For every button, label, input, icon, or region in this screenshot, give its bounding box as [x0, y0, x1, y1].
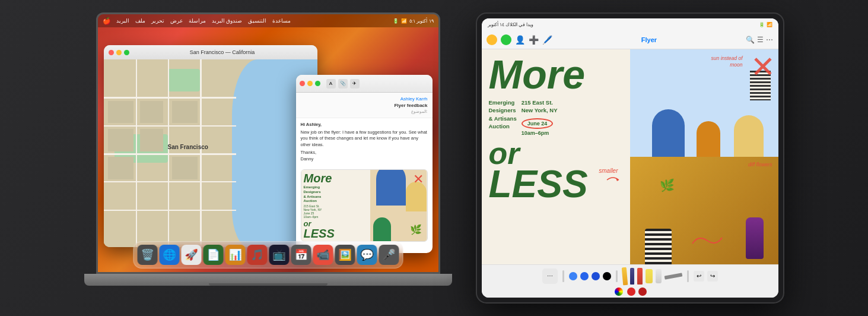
undo-button[interactable]: ↩: [694, 271, 704, 282]
mail-window[interactable]: A 📎 ✈ Ashley Karrh Flyer feedback الموضو…: [296, 75, 433, 253]
map-titlebar: San Francisco — California: [104, 45, 317, 59]
flyer-event-info: EmergingDesigners& ArtisansAuction: [489, 99, 517, 130]
menu-item-edit[interactable]: تحرير: [150, 18, 166, 24]
color-picker[interactable]: [615, 287, 623, 296]
flyer-preview-less: LESS: [304, 227, 368, 239]
dock-launchpad[interactable]: 🚀: [181, 245, 201, 265]
zoom-button[interactable]: [124, 50, 129, 55]
color-black[interactable]: [603, 272, 611, 280]
ipad-nav-left: 👤 ➕ 🖊️: [487, 34, 552, 45]
dock-music[interactable]: 🎵: [247, 245, 267, 265]
attach-button[interactable]: 📎: [338, 79, 348, 89]
ipad-time: ويدا في الكلاك ١٤ أكتوبر: [488, 22, 534, 27]
annotation-curl: [689, 232, 725, 247]
annotation-arrow: [604, 174, 622, 186]
wifi-icon: 📶: [401, 18, 407, 24]
ipad-battery: 🔋: [759, 22, 765, 27]
dock-mic[interactable]: 🎤: [379, 245, 399, 265]
map-content: San Francisco: [104, 59, 317, 247]
color-blue-3[interactable]: [592, 272, 600, 280]
nav-person-icon[interactable]: 👤: [515, 35, 525, 45]
eraser-tool[interactable]: [656, 269, 662, 283]
redo-button[interactable]: ↪: [707, 271, 718, 282]
menu-item-message[interactable]: مراسلة: [187, 18, 208, 24]
annotation-sun: sun instead of moon: [707, 55, 743, 68]
grid-view-icon[interactable]: ☰: [757, 36, 764, 44]
flyer-date-circle: June 24: [522, 117, 558, 129]
ipad-flyer-content: More EmergingDesigners& ArtisansAuction …: [482, 49, 778, 264]
dock-trash[interactable]: 🗑️: [137, 245, 157, 265]
color-blue-2[interactable]: [580, 272, 589, 280]
mail-subject: Flyer feedback: [301, 103, 428, 108]
mail-zoom-button[interactable]: [315, 81, 320, 86]
mail-close-button[interactable]: [300, 81, 305, 86]
highlighter-tool[interactable]: [646, 269, 653, 283]
dock-tv[interactable]: 📺: [269, 245, 289, 265]
annotation-cross-ipad: ✕: [751, 52, 775, 82]
dock-safari[interactable]: 🌐: [159, 245, 179, 265]
menu-item-file[interactable]: ملف: [133, 18, 147, 24]
search-icon[interactable]: 🔍: [746, 36, 755, 44]
mail-minimize-button[interactable]: [307, 81, 313, 86]
mail-attachment: More EmergingDesigners& ArtisansAuction …: [301, 169, 428, 242]
dock-facetime[interactable]: 📹: [313, 245, 333, 265]
map-window-title: San Francisco — California: [132, 49, 313, 55]
send-button[interactable]: ✈: [350, 79, 360, 89]
menu-item-format[interactable]: التنسيق: [246, 18, 268, 24]
ruler-tool[interactable]: [664, 273, 682, 279]
minimize-button[interactable]: [116, 50, 122, 55]
menu-item-view[interactable]: عرض: [168, 18, 185, 24]
color-blue-1[interactable]: [569, 272, 577, 280]
map-city-label: San Francisco: [168, 144, 208, 150]
annotation-flowers: diff flowers: [748, 162, 772, 168]
menu-item-mailbox[interactable]: صندوق البريد: [210, 18, 244, 24]
nav-yellow-circle[interactable]: [487, 34, 497, 45]
mail-to: Ashley Karrh: [301, 96, 428, 102]
menu-item-mail[interactable]: البريد: [115, 18, 131, 24]
marker-tool[interactable]: [637, 268, 643, 285]
ipad-wifi: 📶: [767, 22, 772, 27]
mail-header: Ashley Karrh Flyer feedback الموضوع:: [296, 93, 433, 118]
color-red-1[interactable]: [627, 287, 635, 296]
pen-tool[interactable]: [630, 268, 634, 285]
flyer-main-panel: More EmergingDesigners& ArtisansAuction …: [482, 49, 630, 264]
mail-toolbar: A 📎 ✈: [296, 75, 433, 93]
apple-menu[interactable]: 🍎: [103, 17, 111, 25]
dock-calendar[interactable]: 📅: [291, 245, 311, 265]
map-background: San Francisco: [104, 59, 317, 247]
ipad-drawing-toolbar: ⋯ ↩ ↪: [482, 264, 778, 298]
menubar-left: 🍎 البريد ملف تحرير عرض مراسلة صندوق البر…: [103, 17, 293, 25]
dock-numbers[interactable]: 📊: [225, 245, 245, 265]
dock-messages[interactable]: 💬: [357, 245, 377, 265]
map-window[interactable]: San Francisco — California: [104, 45, 317, 247]
pencil-tool[interactable]: [621, 267, 628, 285]
dock-pages[interactable]: 📄: [203, 245, 223, 265]
dock: 🗑️ 🌐 🚀 📄 📊 🎵 📺 📅 📹 🖼️ 💬 🎤: [133, 241, 403, 268]
close-button[interactable]: [109, 50, 114, 55]
format-button[interactable]: A: [326, 79, 336, 89]
nav-pen-icon[interactable]: 🖊️: [542, 35, 552, 45]
nav-green-circle[interactable]: [501, 34, 511, 45]
color-red-2[interactable]: [638, 287, 647, 296]
flyer-top-right: ✕ sun instead of moon: [630, 49, 778, 157]
macbook: 🍎 البريد ملف تحرير عرض مراسلة صندوق البر…: [84, 12, 452, 304]
toolbar-menu-button[interactable]: ⋯: [542, 268, 558, 284]
flyer-preview-more: More: [304, 172, 368, 184]
flyer-preview: More EmergingDesigners& ArtisansAuction …: [301, 170, 427, 241]
menu-bar: 🍎 البريد ملف تحرير عرض مراسلة صندوق البر…: [98, 14, 438, 27]
more-options-icon[interactable]: ⋯: [766, 36, 773, 44]
toolbar-top-row: ⋯ ↩ ↪: [542, 267, 718, 285]
traffic-lights: [109, 50, 129, 55]
battery-icon: 🔋: [393, 18, 399, 24]
clock-status: ١٩ أكتوبر ٥:١: [409, 18, 434, 24]
flyer-more-text: More: [489, 56, 623, 93]
menu-items: البريد ملف تحرير عرض مراسلة صندوق البريد…: [115, 18, 293, 24]
nav-add-icon[interactable]: ➕: [529, 35, 539, 45]
plant-decoration: 🌿: [660, 178, 675, 192]
flyer-right-panels: ✕ sun instead of moon 🌿 diff flowers: [630, 49, 778, 264]
toolbar-divider-2: [616, 270, 618, 282]
dock-photos[interactable]: 🖼️: [335, 245, 355, 265]
macbook-screen: 🍎 البريد ملف تحرير عرض مراسلة صندوق البر…: [96, 12, 440, 274]
toolbar-divider-3: [687, 270, 689, 282]
menu-item-help[interactable]: مساعدة: [271, 18, 292, 24]
